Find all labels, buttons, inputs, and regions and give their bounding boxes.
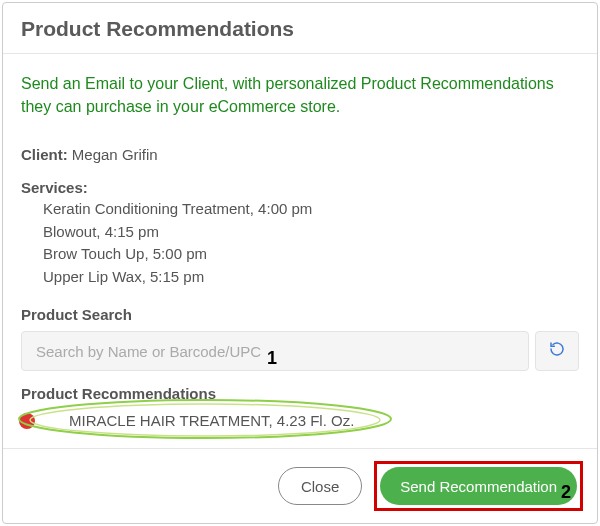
recommendations-label: Product Recommendations <box>21 385 579 402</box>
search-row <box>21 331 579 371</box>
service-item: Blowout, 4:15 pm <box>43 221 579 244</box>
services-list: Keratin Conditioning Treatment, 4:00 pm … <box>43 198 579 288</box>
service-item: Upper Lip Wax, 5:15 pm <box>43 266 579 289</box>
intro-text: Send an Email to your Client, with perso… <box>21 72 579 118</box>
service-item: Keratin Conditioning Treatment, 4:00 pm <box>43 198 579 221</box>
close-button[interactable]: Close <box>278 467 362 505</box>
services-label: Services: <box>21 179 579 196</box>
remove-recommendation-button[interactable] <box>19 413 35 429</box>
dialog-footer: Close Send Recommendation <box>3 448 597 523</box>
reset-search-button[interactable] <box>535 331 579 371</box>
dialog-body: Send an Email to your Client, with perso… <box>3 54 597 462</box>
send-recommendation-button[interactable]: Send Recommendation <box>380 467 577 505</box>
service-item: Brow Touch Up, 5:00 pm <box>43 243 579 266</box>
product-search-label: Product Search <box>21 306 579 323</box>
search-input[interactable] <box>21 331 529 371</box>
recommendation-row: MIRACLE HAIR TREATMENT, 4.23 Fl. Oz. <box>21 410 579 429</box>
client-label: Client: <box>21 146 68 163</box>
recommendation-name: MIRACLE HAIR TREATMENT, 4.23 Fl. Oz. <box>47 412 354 429</box>
dialog-header: Product Recommendations <box>3 3 597 54</box>
client-line: Client: Megan Grifin <box>21 146 579 163</box>
client-name: Megan Grifin <box>72 146 158 163</box>
services-section: Services: Keratin Conditioning Treatment… <box>21 179 579 288</box>
dialog-title: Product Recommendations <box>21 17 579 41</box>
refresh-icon <box>549 341 565 361</box>
annotation-highlight-send: Send Recommendation <box>374 461 583 511</box>
product-recommendations-dialog: Product Recommendations Send an Email to… <box>2 2 598 524</box>
